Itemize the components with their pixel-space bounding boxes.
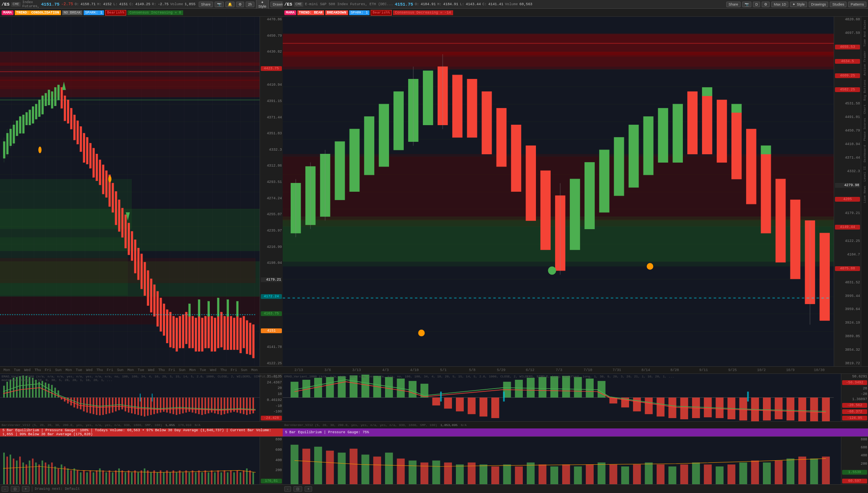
svg-rect-167 xyxy=(208,398,209,414)
svg-rect-128 xyxy=(83,398,85,412)
svg-rect-350 xyxy=(645,398,653,414)
right-style-btn[interactable]: ✦ Style xyxy=(790,2,807,7)
svg-rect-340 xyxy=(527,378,535,398)
right-price-scale: 4820.60 4697.59 4655.53 4634.5 4609.25 4… xyxy=(834,17,861,366)
rdate-9: 6/12 xyxy=(516,368,545,372)
svg-rect-171 xyxy=(221,398,222,415)
right-zoom-in-btn[interactable]: + xyxy=(305,486,312,492)
right-bottom-toolbar: - ⊡ + xyxy=(283,484,868,493)
right-share-btn[interactable]: Share xyxy=(726,2,741,7)
svg-rect-390 xyxy=(539,464,547,484)
price-9: 4332.3 xyxy=(261,148,282,152)
sidebar-chart[interactable]: Chart xyxy=(862,103,867,116)
svg-rect-218 xyxy=(112,472,113,484)
sidebar-big-buttons[interactable]: Big Buttons xyxy=(862,78,867,102)
sidebar-phase-scores[interactable]: Phase Scores xyxy=(862,116,867,143)
rp17: 4122.25 xyxy=(835,239,860,243)
sidebar-dashboard[interactable]: Dashboard xyxy=(862,143,867,164)
svg-rect-381 xyxy=(432,461,440,485)
rdate-10: 7/3 xyxy=(545,368,574,372)
svg-rect-197 xyxy=(45,462,46,484)
svg-rect-204 xyxy=(67,468,69,484)
svg-rect-391 xyxy=(550,466,558,484)
settings-btn[interactable]: ⚙ xyxy=(236,2,244,7)
right-d-btn[interactable]: D xyxy=(753,2,760,7)
right-status-bar: 5 Bar Equilibrium | Pressure Gauge: 75% xyxy=(283,428,868,436)
sidebar-active-trader[interactable]: Active Trader xyxy=(862,49,867,77)
alert-btn[interactable]: 🔔 xyxy=(225,2,235,7)
svg-rect-349 xyxy=(633,398,641,412)
svg-rect-57 xyxy=(163,304,165,335)
svg-rect-186 xyxy=(10,455,11,484)
right-zoom-reset-btn[interactable]: ⊡ xyxy=(293,486,302,492)
left-panel: /ES CME E-mini S&P 500 Index Futures, ET… xyxy=(0,0,283,493)
rp24: 3889.05 xyxy=(835,334,860,338)
svg-rect-190 xyxy=(22,462,24,484)
right-screenshot-btn[interactable]: 📷 xyxy=(742,2,751,7)
style-btn[interactable]: ✦ Style xyxy=(256,0,269,9)
right-drawings-btn[interactable]: Drawings xyxy=(809,2,829,7)
zoom-in-btn[interactable]: + xyxy=(22,486,29,492)
svg-rect-403 xyxy=(692,462,700,484)
left-price-scale: 4470.86 4450.79 4430.82 4423.75 4410.94 … xyxy=(260,17,283,366)
right-settings-btn[interactable]: ⚙ xyxy=(762,2,770,7)
svg-rect-193 xyxy=(32,459,33,484)
svg-rect-213 xyxy=(96,470,98,484)
svg-rect-279 xyxy=(452,75,462,137)
svg-rect-241 xyxy=(185,470,187,484)
svg-rect-180 xyxy=(249,398,251,414)
right-timeframe-btn[interactable]: Max 1D xyxy=(771,2,788,7)
left-vol-na: 176,910 xyxy=(178,423,192,427)
rp16: 4149.44 xyxy=(835,225,860,230)
svg-rect-244 xyxy=(195,472,197,484)
svg-rect-249 xyxy=(211,470,213,484)
svg-rect-337 xyxy=(491,398,499,418)
right-exchange: CME xyxy=(294,2,303,7)
rosc-v2: -56.3492 xyxy=(842,380,867,385)
left-vol-label: Volume xyxy=(170,2,183,6)
timeframe-btn[interactable]: 2h xyxy=(246,2,254,7)
left-exchange: CME xyxy=(11,2,21,7)
svg-rect-366 xyxy=(440,392,442,402)
svg-rect-18 xyxy=(38,100,40,117)
left-consensus-badge: Consensus Increasing = 0 xyxy=(127,10,183,15)
sidebar-time-and-sales[interactable]: Time And Sales xyxy=(862,18,867,48)
left-chart-area[interactable]: 4470.86 4450.79 4430.82 4423.75 4410.94 … xyxy=(0,17,283,366)
rp25: 3854.32 xyxy=(835,348,860,352)
zoom-out-btn[interactable]: - xyxy=(2,486,8,492)
sidebar-live-news[interactable]: Live News xyxy=(862,184,867,204)
svg-rect-117 xyxy=(48,384,49,398)
right-consensus-badge: Consensus Decreasing = -14 xyxy=(393,10,453,15)
svg-rect-59 xyxy=(169,312,171,347)
svg-rect-280 xyxy=(467,79,477,137)
svg-rect-156 xyxy=(172,398,174,414)
svg-rect-289 xyxy=(599,150,609,212)
svg-rect-231 xyxy=(153,470,155,484)
left-date-axis: Mon Tue Wed Thu Fri Sun Mon Tue Wed Thu … xyxy=(0,366,283,373)
right-zoom-out-btn[interactable]: - xyxy=(284,486,291,492)
svg-rect-407 xyxy=(739,462,747,484)
left-vol-val: 1,855 xyxy=(165,423,175,427)
svg-rect-81 xyxy=(240,318,242,353)
right-chart-area[interactable]: 4820.60 4697.59 4655.53 4634.5 4609.25 4… xyxy=(283,17,861,366)
svg-rect-245 xyxy=(198,470,200,484)
svg-rect-177 xyxy=(240,398,241,414)
svg-rect-169 xyxy=(214,398,216,414)
right-patterns-btn[interactable]: Patterns xyxy=(848,2,866,7)
svg-rect-34 xyxy=(90,143,92,168)
sidebar-level-ii[interactable]: Level II xyxy=(862,165,867,183)
zoom-reset-btn[interactable]: ⊡ xyxy=(11,486,20,492)
right-studies-btn[interactable]: Studies xyxy=(830,2,846,7)
screenshot-btn[interactable]: 📷 xyxy=(215,2,224,7)
svg-rect-36 xyxy=(96,154,98,181)
price-6: 4391.15 xyxy=(261,99,282,103)
left-price: 4151.75 xyxy=(41,2,59,7)
svg-rect-130 xyxy=(90,398,91,414)
svg-rect-41 xyxy=(112,183,114,212)
svg-rect-30 xyxy=(77,121,79,144)
date-tue2: Tue xyxy=(74,368,84,372)
svg-rect-35 xyxy=(93,148,95,177)
share-btn[interactable]: Share xyxy=(199,2,213,7)
date-mon2: Mon xyxy=(64,368,74,372)
svg-rect-67 xyxy=(195,318,197,352)
